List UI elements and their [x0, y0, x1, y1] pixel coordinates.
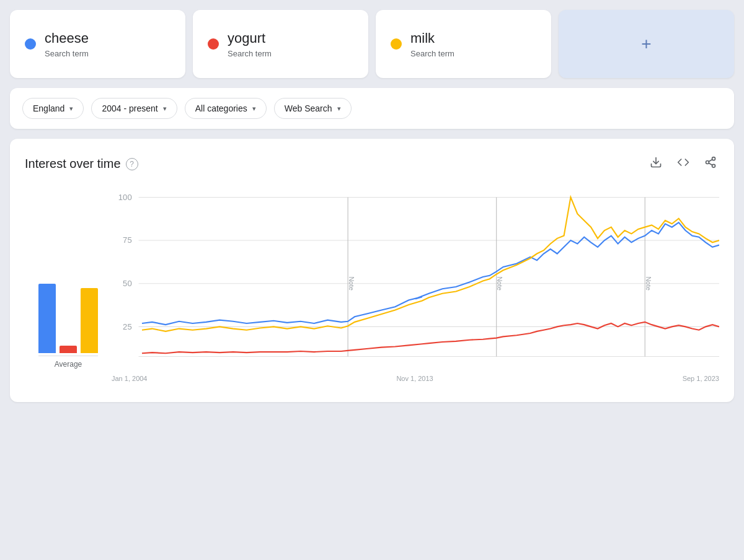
time-range-chevron-icon: ▾ — [163, 105, 167, 113]
share-button[interactable] — [702, 154, 719, 174]
plus-icon: + — [641, 34, 651, 54]
search-type-chevron-icon: ▾ — [337, 105, 341, 113]
line-chart-svg: 100 75 50 25 Note Note Note — [112, 184, 719, 370]
location-filter-label: England — [33, 103, 64, 113]
line-chart-section: 100 75 50 25 Note Note Note — [112, 184, 719, 382]
category-chevron-icon: ▾ — [252, 105, 256, 113]
svg-text:Note: Note — [496, 276, 503, 291]
milk-label: Search term — [410, 49, 454, 58]
avg-bar-yogurt — [60, 346, 77, 353]
cheese-label: Search term — [45, 49, 89, 58]
x-label-start: Jan 1, 2004 — [112, 375, 148, 382]
chart-header: Interest over time ? — [25, 154, 719, 174]
avg-bar-cheese — [38, 284, 56, 353]
time-range-filter[interactable]: 2004 - present ▾ — [91, 98, 177, 119]
help-icon[interactable]: ? — [126, 158, 138, 170]
svg-line-4 — [709, 163, 712, 165]
svg-text:Note: Note — [348, 276, 355, 291]
avg-label: Average — [55, 360, 82, 369]
svg-text:100: 100 — [118, 193, 132, 202]
embed-button[interactable] — [675, 154, 692, 174]
search-terms-row: cheese Search term yogurt Search term mi… — [10, 10, 734, 78]
add-search-term-card[interactable]: + — [559, 10, 734, 78]
search-term-card-milk[interactable]: milk Search term — [376, 10, 551, 78]
cheese-info: cheese Search term — [45, 30, 89, 58]
yogurt-info: yogurt Search term — [228, 30, 272, 58]
location-chevron-icon: ▾ — [69, 105, 73, 113]
yogurt-dot — [208, 38, 219, 50]
chart-title: Interest over time — [25, 157, 121, 171]
download-button[interactable] — [647, 154, 665, 174]
cheese-line — [142, 222, 719, 325]
milk-name: milk — [410, 30, 454, 48]
search-type-filter-label: Web Search — [285, 103, 332, 113]
svg-text:50: 50 — [123, 279, 132, 288]
time-range-filter-label: 2004 - present — [102, 103, 157, 113]
x-label-mid: Nov 1, 2013 — [396, 375, 433, 382]
svg-line-5 — [709, 159, 712, 161]
search-term-card-cheese[interactable]: cheese Search term — [10, 10, 185, 78]
yogurt-name: yogurt — [228, 30, 272, 48]
x-label-end: Sep 1, 2023 — [683, 375, 719, 382]
search-term-card-yogurt[interactable]: yogurt Search term — [193, 10, 368, 78]
svg-text:Note: Note — [645, 276, 652, 291]
filters-row: England ▾ 2004 - present ▾ All categorie… — [10, 88, 734, 129]
cheese-dot — [25, 38, 36, 50]
category-filter[interactable]: All categories ▾ — [185, 98, 267, 119]
avg-bar-section: Average — [25, 184, 112, 382]
cheese-name: cheese — [45, 30, 89, 48]
search-type-filter[interactable]: Web Search ▾ — [274, 98, 352, 119]
category-filter-label: All categories — [195, 103, 247, 113]
chart-container: Average 100 75 50 25 Note Note — [25, 184, 719, 382]
x-axis-labels: Jan 1, 2004 Nov 1, 2013 Sep 1, 2023 — [112, 372, 719, 382]
avg-bar-milk — [81, 288, 98, 353]
chart-title-row: Interest over time ? — [25, 157, 138, 171]
avg-bars — [38, 257, 98, 356]
svg-text:75: 75 — [123, 235, 132, 245]
milk-dot — [391, 38, 402, 50]
svg-text:25: 25 — [123, 322, 132, 331]
yogurt-label: Search term — [228, 49, 272, 58]
chart-actions — [647, 154, 719, 174]
chart-section: Interest over time ? — [10, 139, 734, 402]
milk-line — [142, 197, 719, 331]
milk-info: milk Search term — [410, 30, 454, 58]
location-filter[interactable]: England ▾ — [22, 98, 84, 119]
